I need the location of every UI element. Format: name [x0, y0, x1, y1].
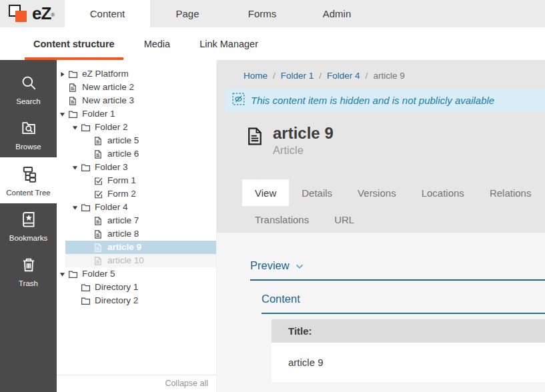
tree-item-folder-4[interactable]: Folder 4 [57, 201, 216, 214]
content-type-label: Article [273, 144, 334, 157]
tree-item-label: Folder 5 [82, 267, 115, 281]
tab-details[interactable]: Details [289, 179, 345, 206]
folder-icon [68, 69, 79, 79]
expand-arrow-icon[interactable] [59, 111, 68, 117]
content-section-title: Content [261, 293, 545, 314]
expand-arrow-icon[interactable] [72, 165, 81, 171]
tab-relations[interactable]: Relations [477, 179, 544, 206]
tree-item-form-1[interactable]: Form 1 [57, 174, 216, 187]
form-icon [93, 176, 105, 186]
browse-icon [20, 119, 37, 137]
breadcrumb-home[interactable]: Home [243, 71, 267, 81]
hidden-notice-text: This content item is hidden and is not p… [251, 95, 494, 106]
ez-logo[interactable]: eZ ® [0, 0, 65, 27]
tree-item-label: New article 3 [82, 94, 134, 107]
tree-item-article-5[interactable]: article 5 [57, 134, 216, 147]
sidebar-item-trash[interactable]: Trash [0, 249, 57, 294]
breadcrumb-folder-1[interactable]: Folder 1 [281, 71, 314, 81]
preview-label: Preview [250, 259, 290, 272]
sidebar-item-search[interactable]: Search [0, 67, 57, 112]
tree-item-article-10[interactable]: article 10 [65, 254, 216, 267]
subnav-item-media[interactable]: Media [135, 27, 179, 60]
preview-divider [250, 279, 545, 281]
folder-icon [81, 283, 92, 293]
expand-arrow-icon[interactable] [72, 125, 81, 131]
tab-versions[interactable]: Versions [345, 179, 409, 206]
article-icon [68, 83, 79, 93]
breadcrumb-separator: / [273, 71, 276, 81]
tree-item-label: eZ Platform [82, 67, 129, 81]
expand-arrow-icon[interactable] [59, 271, 68, 277]
tree-item-folder-5[interactable]: Folder 5 [57, 267, 216, 281]
tree-item-form-2[interactable]: Form 2 [57, 187, 216, 201]
sidebar-item-bookmarks[interactable]: Bookmarks [0, 203, 57, 249]
content-tree-panel: eZ PlatformNew article 2New article 3Fol… [57, 60, 217, 392]
content-section: Content Title: article 9 [261, 293, 545, 382]
tree-item-directory-2[interactable]: Directory 2 [57, 294, 216, 307]
tree-item-label: article 6 [107, 147, 139, 161]
expand-arrow-icon[interactable] [72, 205, 81, 211]
top-tab-content[interactable]: Content [65, 0, 150, 27]
ez-logo-text: eZ [32, 3, 51, 24]
folder-icon [81, 203, 92, 213]
subnav-item-content-structure[interactable]: Content structure [25, 27, 123, 60]
breadcrumb-separator: / [366, 71, 368, 81]
top-tab-forms[interactable]: Forms [225, 0, 300, 27]
tree-item-article-8[interactable]: article 8 [57, 227, 216, 241]
tab-translations[interactable]: Translations [242, 206, 322, 233]
tab-url[interactable]: URL [322, 206, 367, 233]
content-tabs: ViewDetailsVersionsLocationsRelations Tr… [242, 179, 545, 233]
folder-icon [81, 296, 92, 306]
tree-item-label: Form 1 [107, 174, 136, 187]
tree-item-folder-3[interactable]: Folder 3 [57, 161, 216, 174]
article-icon [68, 96, 79, 106]
ez-logo-icon [9, 4, 31, 23]
page-title: article 9 [273, 125, 334, 142]
tree-item-new-article-2[interactable]: New article 2 [57, 81, 216, 94]
tab-locations[interactable]: Locations [409, 179, 477, 206]
tree-item-new-article-3[interactable]: New article 3 [57, 94, 216, 107]
article-icon [93, 256, 105, 266]
breadcrumb: Home/Folder 1/Folder 4/article 9 [217, 60, 545, 89]
tree-item-label: Folder 2 [95, 121, 128, 134]
hidden-notice-banner: This content item is hidden and is not p… [225, 89, 545, 111]
tree-footer: Collapse all [57, 375, 216, 392]
folder-icon [68, 109, 79, 119]
preview-toggle[interactable]: Preview [250, 259, 304, 272]
tree-item-folder-1[interactable]: Folder 1 [57, 107, 216, 121]
folder-icon [68, 269, 79, 279]
tree-item-label: Folder 1 [82, 107, 115, 121]
top-tab-admin[interactable]: Admin [300, 0, 374, 27]
tree-item-directory-1[interactable]: Directory 1 [57, 281, 216, 294]
tree-item-article-7[interactable]: article 7 [57, 214, 216, 227]
field-value: article 9 [271, 343, 545, 382]
tab-view[interactable]: View [242, 179, 289, 206]
registered-mark: ® [51, 12, 55, 18]
tree-item-ez-platform[interactable]: eZ Platform [57, 67, 216, 81]
search-icon [20, 74, 37, 92]
left-sidebar: SearchBrowseContent TreeBookmarksTrash [0, 60, 57, 392]
sidebar-item-label: Content Tree [0, 189, 57, 197]
tree-item-folder-2[interactable]: Folder 2 [57, 121, 216, 134]
tree-item-label: Form 2 [107, 187, 136, 201]
sidebar-item-content-tree[interactable]: Content Tree [0, 157, 57, 203]
tree-item-article-9[interactable]: article 9 [65, 241, 216, 254]
trash-icon [20, 256, 37, 274]
tree-item-label: Directory 2 [95, 294, 138, 307]
bookmarks-icon [20, 211, 37, 229]
breadcrumb-folder-4[interactable]: Folder 4 [327, 71, 360, 81]
sidebar-item-label: Search [0, 97, 57, 105]
article-icon [93, 149, 105, 159]
sidebar-item-browse[interactable]: Browse [0, 112, 57, 157]
tree-item-label: Directory 1 [95, 281, 138, 294]
top-tab-page[interactable]: Page [150, 0, 225, 27]
content-tree: eZ PlatformNew article 2New article 3Fol… [57, 67, 216, 307]
tree-item-article-6[interactable]: article 6 [57, 147, 216, 161]
collapse-all-link[interactable]: Collapse all [165, 379, 208, 388]
tree-item-label: Folder 3 [95, 161, 128, 174]
view-tab-body: Preview Content Title: article 9 [217, 233, 545, 392]
title-block: article 9 Article [245, 125, 545, 157]
collapse-arrow-icon[interactable] [59, 71, 68, 77]
subnav-item-link-manager[interactable]: Link Manager [191, 27, 267, 60]
article-icon [93, 136, 105, 146]
